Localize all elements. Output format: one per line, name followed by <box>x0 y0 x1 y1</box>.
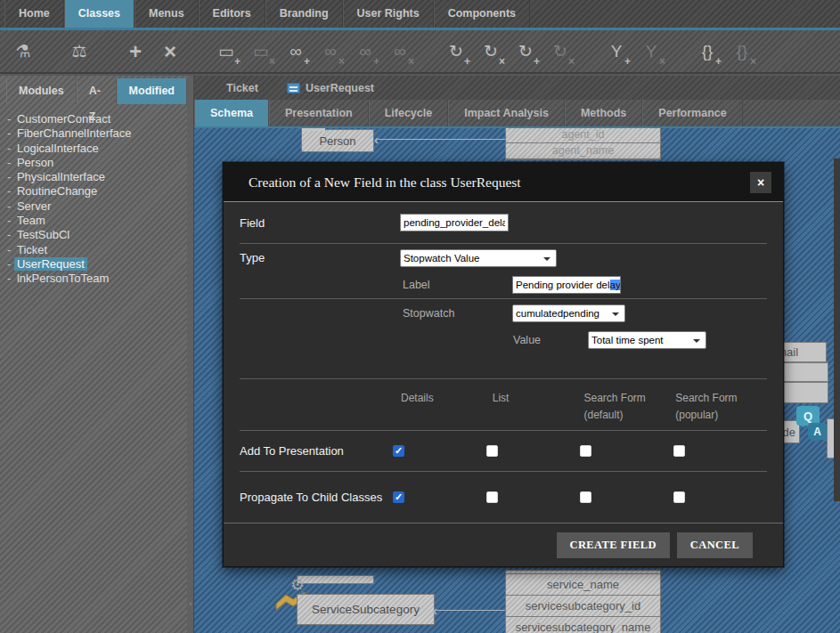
diagram-field-table-agent[interactable]: agent_idagent_name <box>505 126 661 160</box>
add-transition-icon[interactable]: ↻ + <box>510 36 542 68</box>
tab-schema[interactable]: Schema <box>194 100 269 126</box>
nav-tab-branding[interactable]: Branding <box>265 0 343 28</box>
tab-presentation[interactable]: Presentation <box>269 100 369 126</box>
delete-linkset-icon[interactable]: ∞ × <box>384 36 416 68</box>
tab-performance[interactable]: Performance <box>642 100 742 126</box>
sidebar-item-physicalinterface[interactable]: PhysicalInterface <box>7 170 187 184</box>
diagram-field-row[interactable]: agent_id <box>506 126 660 143</box>
sidebar-item-ticket[interactable]: Ticket <box>7 243 187 257</box>
question-answer-icon: Q A <box>796 406 836 450</box>
nav-tab-components[interactable]: Components <box>434 0 530 28</box>
stopwatch-select[interactable]: cumulatedpending <box>512 304 625 322</box>
add-linkset-icon[interactable]: ∞ + <box>349 36 381 68</box>
diagram-field-row[interactable]: service_name <box>506 574 660 596</box>
flask-icon[interactable]: ⚗ <box>7 36 39 68</box>
doc-tab-ticket[interactable]: Ticket <box>212 76 273 100</box>
value-select[interactable]: Total time spent <box>588 331 706 349</box>
chevron-down-icon <box>693 339 700 346</box>
dialog-footer: CREATE FIELD CANCEL <box>240 523 767 566</box>
checkbox[interactable] <box>673 491 685 503</box>
view-tabs: SchemaPresentationLifecycleImpact Analys… <box>194 100 840 128</box>
relation-line <box>436 610 505 611</box>
collapse-arrow-icon: ‹ <box>187 599 194 608</box>
create-field-button[interactable]: CREATE FIELD <box>557 532 670 558</box>
close-button[interactable]: × <box>750 172 771 193</box>
matrix-column-header: Details <box>401 390 493 407</box>
checkbox[interactable] <box>580 445 591 457</box>
sidebar-splitter[interactable]: ‹ <box>187 76 194 633</box>
arrowhead-icon: ‹ <box>433 604 437 617</box>
doc-tab-userrequest[interactable]: UserRequest <box>273 76 388 100</box>
class-browser-sidebar: ModulesA-ZModified CustomerContractFiber… <box>0 76 187 633</box>
checkbox[interactable] <box>393 491 404 503</box>
value-label: Value <box>513 334 588 346</box>
tab-impact-analysis[interactable]: Impact Analysis <box>448 100 565 126</box>
document-tabs: Ticket UserRequest <box>194 76 840 100</box>
type-select[interactable]: Stopwatch Value <box>400 249 557 267</box>
checkbox[interactable] <box>580 491 591 503</box>
nav-tab-menus[interactable]: Menus <box>135 0 199 28</box>
checkbox[interactable] <box>393 445 404 457</box>
sidebar-item-lnkpersontoteam[interactable]: lnkPersonToTeam <box>7 272 187 286</box>
sidebar-item-logicalinterface[interactable]: LogicalInterface <box>7 142 187 156</box>
delete-class-icon[interactable]: × <box>154 36 186 68</box>
sidebar-item-customercontract[interactable]: CustomerContract <box>7 112 187 126</box>
sidebar-item-userrequest[interactable]: UserRequest <box>7 257 187 272</box>
diagram-node-person[interactable]: Person <box>301 129 374 152</box>
top-navbar: HomeClassesMenusEditorsBrandingUser Righ… <box>0 0 840 28</box>
add-field-icon[interactable]: ▭ + <box>210 36 242 68</box>
matrix-header-row: DetailsListSearch Form (default)Search F… <box>240 378 767 430</box>
field-name-input[interactable] <box>400 214 509 231</box>
cancel-button[interactable]: CANCEL <box>677 532 753 558</box>
nav-tab-home[interactable]: Home <box>4 0 64 28</box>
sidebar-tab-modified[interactable]: Modified <box>117 78 187 104</box>
diagram-partial-box[interactable] <box>297 575 374 584</box>
matrix-column-header: Search Form (popular) <box>675 390 767 424</box>
diagram-field-row[interactable]: servicesubcategory_name <box>506 617 660 633</box>
nav-tab-classes[interactable]: Classes <box>64 0 135 28</box>
app-window: HomeClassesMenusEditorsBrandingUser Righ… <box>0 0 840 633</box>
checkbox[interactable] <box>486 445 498 457</box>
delete-method-icon[interactable]: Y × <box>635 36 667 68</box>
canvas-scrollbar[interactable] <box>834 158 840 501</box>
sidebar-item-testsubcl[interactable]: TestSubCl <box>7 228 187 242</box>
nav-tab-editors[interactable]: Editors <box>199 0 265 28</box>
arrowhead-icon: ‹ <box>374 133 379 146</box>
add-class-icon[interactable]: + <box>119 36 151 68</box>
sidebar-item-person[interactable]: Person <box>7 156 187 170</box>
add-link-icon[interactable]: ∞ + <box>280 36 312 68</box>
scales-icon[interactable]: ⚖ <box>63 36 95 68</box>
tab-methods[interactable]: Methods <box>565 100 642 126</box>
delete-link-icon[interactable]: ∞ × <box>314 36 347 68</box>
delete-preset-icon[interactable]: {} × <box>726 36 758 68</box>
delete-lifecycle-icon[interactable]: ↻ × <box>475 36 507 68</box>
diagram-field-row[interactable]: agent_name <box>506 143 660 160</box>
diagram-node-servicesubcategory[interactable]: ServiceSubcategory <box>297 594 435 625</box>
add-method-icon[interactable]: Y + <box>600 36 632 68</box>
add-preset-icon[interactable]: {} + <box>691 36 723 68</box>
tab-lifecycle[interactable]: Lifecycle <box>369 100 449 126</box>
dialog-header: Creation of a New Field in the class Use… <box>224 163 783 202</box>
display-label-input[interactable]: Pending provider delay <box>512 276 621 294</box>
sidebar-item-server[interactable]: Server <box>7 199 187 214</box>
diagram-field-table-service[interactable]: service_nameservicesubcategory_idservice… <box>505 570 661 633</box>
delete-field-icon[interactable]: ▭ × <box>245 36 277 68</box>
add-to-presentation-row: Add To Presentation <box>240 430 767 471</box>
nav-tab-user-rights[interactable]: User Rights <box>343 0 434 28</box>
propagate-label: Propagate To Child Classes <box>240 491 393 504</box>
add-to-presentation-label: Add To Presentation <box>240 444 393 458</box>
sidebar-item-fiberchannelinterface[interactable]: FiberChannelInterface <box>7 126 187 141</box>
add-lifecycle-icon[interactable]: ↻ + <box>440 36 472 68</box>
sidebar-item-team[interactable]: Team <box>7 214 187 228</box>
sidebar-tab-az[interactable]: A-Z <box>77 78 117 104</box>
delete-transition-icon[interactable]: ↻ × <box>544 36 576 68</box>
checkbox[interactable] <box>486 491 498 503</box>
sidebar-item-routinechange[interactable]: RoutineChange <box>7 184 187 199</box>
diagram-field-row[interactable]: servicesubcategory_id <box>506 596 660 617</box>
stopwatch-label: Stopwatch <box>403 307 512 320</box>
class-modified-icon <box>287 83 300 93</box>
answer-bubble-icon: A <box>808 423 827 440</box>
toolbar: ⚗ ⚖ + × ▭ + ▭ <box>0 30 840 74</box>
sidebar-tab-modules[interactable]: Modules <box>6 78 77 104</box>
checkbox[interactable] <box>673 445 685 457</box>
